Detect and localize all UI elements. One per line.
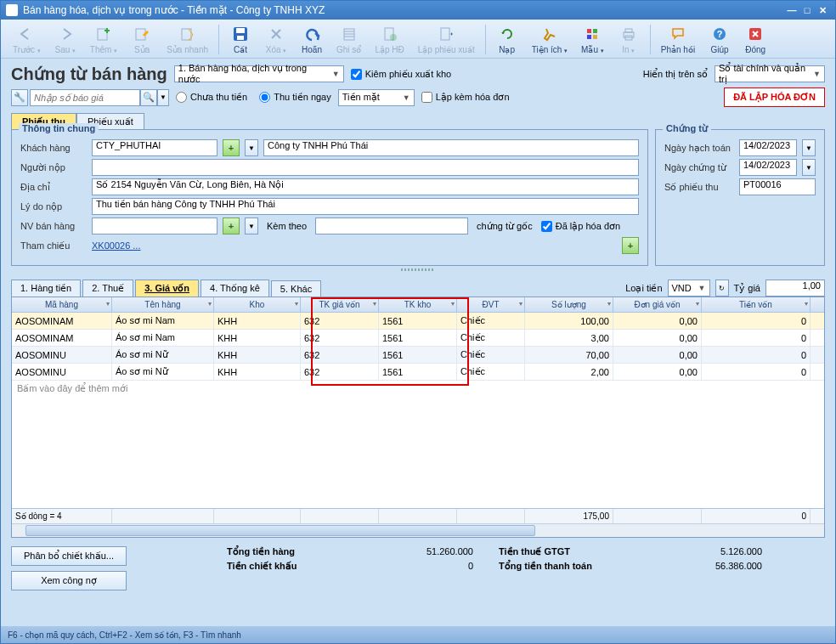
edit-icon: [133, 25, 151, 43]
reason-input[interactable]: Thu tiền bán hàng Công ty TNHH Phú Thái: [92, 198, 639, 215]
horizontal-scrollbar[interactable]: [12, 523, 824, 537]
customer-name-input[interactable]: Công ty TNHH Phú Thái: [263, 139, 639, 156]
salesperson-label: NV bán hàng: [20, 221, 87, 231]
svg-rect-5: [237, 36, 244, 40]
reference-link[interactable]: XK00026 ...: [92, 240, 141, 251]
svg-rect-11: [593, 29, 597, 33]
grid-tab[interactable]: 2. Thuế: [82, 280, 133, 297]
toolbar-help[interactable]: ?Giúp: [702, 23, 737, 56]
add-salesperson-button[interactable]: +: [223, 217, 240, 234]
splitter-handle[interactable]: [1, 266, 835, 273]
new-row-prompt[interactable]: Bấm vào đây để thêm mới: [12, 381, 824, 397]
posting-date-label: Ngày hạch toán: [664, 143, 734, 154]
total-goods-label: Tổng tiền hàng: [227, 546, 346, 557]
search-input[interactable]: [30, 89, 140, 106]
general-info-panel: Thông tin chung Khách hàng CTY_PHUTHAI +…: [11, 129, 648, 266]
svg-rect-4: [236, 28, 245, 33]
main-toolbar: Trước ▾Sau ▾Thêm ▾SửaSửa nhanhCấtXóa ▾Ho…: [1, 20, 835, 59]
radio-not-collected[interactable]: Chưa thu tiền: [176, 92, 247, 103]
toolbar-save[interactable]: Cất: [223, 23, 258, 56]
svg-rect-13: [593, 35, 597, 39]
exchange-rate-input[interactable]: 1,00: [765, 280, 825, 297]
toolbar-quickedit: Sửa nhanh: [160, 23, 215, 56]
address-input[interactable]: Số 2154 Nguyễn Văn Cừ, Long Biên, Hà Nội: [92, 178, 639, 195]
add-reference-button[interactable]: +: [622, 237, 639, 254]
grid-tab[interactable]: 5. Khác: [271, 280, 321, 297]
doc-date-picker[interactable]: ▼: [802, 159, 816, 176]
close-window-button[interactable]: ✕: [815, 5, 830, 16]
currency-refresh[interactable]: ↻: [715, 280, 729, 297]
grid-body[interactable]: AOSOMINAMÁo sơ mi NamKHH6321561Chiếc100,…: [12, 313, 824, 508]
salesperson-dropdown[interactable]: ▼: [245, 217, 258, 234]
wrench-icon[interactable]: 🔧: [11, 89, 28, 106]
doc-date-label: Ngày chứng từ: [664, 162, 734, 173]
close-icon: [746, 25, 765, 43]
status-bar: F6 - chọn mã quy cách, Ctrl+F2 - Xem số …: [1, 626, 835, 643]
grid-header: Mã hàng▾Tên hàng▾Kho▾TK giá vốn▾TK kho▾Đ…: [12, 297, 824, 313]
toolbar-undo[interactable]: Hoãn: [294, 23, 330, 56]
refresh-icon: [498, 25, 517, 43]
column-header[interactable]: ĐVT▾: [457, 297, 525, 312]
vat-label: Tiền thuế GTGT: [499, 546, 635, 557]
salesperson-input[interactable]: [92, 217, 217, 234]
column-header[interactable]: Số lượng▾: [525, 297, 613, 312]
doc-type-value: 1. Bán hàng hóa, dịch vụ trong nước: [178, 63, 329, 85]
payment-method-combo[interactable]: Tiền mặt ▼: [338, 89, 415, 106]
grid-tab[interactable]: 1. Hàng tiền: [11, 280, 81, 297]
toolbar-feedback[interactable]: Phản hồi: [654, 23, 702, 56]
svg-point-8: [390, 34, 397, 41]
grid-tab[interactable]: 4. Thống kê: [201, 280, 269, 297]
doc-date-input[interactable]: 14/02/2023: [739, 159, 797, 176]
toolbar-arrow-right: Sau ▾: [48, 23, 83, 56]
column-header[interactable]: Đơn giá vốn▾: [613, 297, 702, 312]
page-title: Chứng từ bán hàng: [11, 64, 167, 84]
book-icon: [340, 25, 359, 43]
save-icon: [231, 25, 250, 43]
invoice-created-checkbox[interactable]: Đã lập hóa đơn: [541, 221, 620, 232]
create-invoice-checkbox[interactable]: Lập kèm hóa đơn: [421, 92, 510, 103]
radio-collect-now[interactable]: Thu tiền ngay: [259, 92, 331, 103]
column-header[interactable]: Kho▾: [214, 297, 301, 312]
toolbar-close[interactable]: Đóng: [737, 23, 773, 56]
table-row[interactable]: AOSOMINAMÁo sơ mi NamKHH6321561Chiếc3,00…: [12, 330, 824, 347]
add-customer-button[interactable]: +: [223, 139, 240, 156]
book-combo[interactable]: Sổ tài chính và quản trị ▼: [715, 65, 825, 82]
toolbar-invoice: Lập HĐ: [368, 23, 410, 56]
posting-date-input[interactable]: 14/02/2023: [739, 139, 797, 156]
titlebar: Bán hàng hóa, dịch vụ trong nước - Tiền …: [1, 1, 835, 20]
table-row[interactable]: AOSOMINUÁo sơ mi NữKHH6321561Chiếc70,000…: [12, 347, 824, 364]
attach-input[interactable]: [315, 217, 468, 234]
column-header[interactable]: TK kho▾: [379, 297, 457, 312]
search-dropdown[interactable]: ▼: [157, 89, 169, 106]
window-title: Bán hàng hóa, dịch vụ trong nước - Tiền …: [23, 4, 784, 16]
customer-code-input[interactable]: CTY_PHUTHAI: [92, 139, 217, 156]
column-header[interactable]: Mã hàng▾: [12, 297, 112, 312]
receipt-no-input[interactable]: PT00016: [739, 178, 816, 195]
document-legend: Chứng từ: [663, 123, 711, 134]
doc-type-combo[interactable]: 1. Bán hàng hóa, dịch vụ trong nước ▼: [174, 65, 344, 82]
posting-date-picker[interactable]: ▼: [802, 139, 816, 156]
search-button[interactable]: 🔍: [140, 89, 157, 106]
view-debt-button[interactable]: Xem công nợ: [11, 571, 127, 590]
customer-dropdown[interactable]: ▼: [245, 139, 258, 156]
payer-input[interactable]: [92, 159, 639, 176]
chevron-down-icon: ▼: [329, 70, 340, 78]
toolbar-refresh[interactable]: Nạp: [489, 23, 525, 56]
currency-combo[interactable]: VND▼: [668, 280, 710, 297]
grid-tab[interactable]: 3. Giá vốn: [135, 280, 199, 297]
chevron-down-icon: ▼: [399, 93, 410, 102]
column-header[interactable]: TK giá vốn▾: [301, 297, 379, 312]
allocate-discount-button[interactable]: Phân bổ chiết khấu...: [11, 546, 127, 566]
toolbar-add: Thêm ▾: [83, 23, 124, 56]
table-row[interactable]: AOSOMINAMÁo sơ mi NamKHH6321561Chiếc100,…: [12, 313, 824, 330]
toolbar-arrow-left: Trước ▾: [6, 23, 48, 56]
column-header[interactable]: Tiền vốn▾: [702, 297, 811, 312]
toolbar-template[interactable]: Mẫu ▾: [574, 23, 611, 56]
export-slip-checkbox[interactable]: Kiêm phiếu xuất kho: [351, 69, 451, 80]
table-row[interactable]: AOSOMINUÁo sơ mi NữKHH6321561Chiếc2,000,…: [12, 364, 824, 381]
discount-label: Tiền chiết khấu: [227, 561, 346, 572]
minimize-button[interactable]: —: [784, 5, 799, 15]
maximize-button[interactable]: □: [799, 5, 815, 15]
toolbar-util[interactable]: Tiện ích ▾: [525, 23, 574, 56]
column-header[interactable]: Tên hàng▾: [112, 297, 214, 312]
